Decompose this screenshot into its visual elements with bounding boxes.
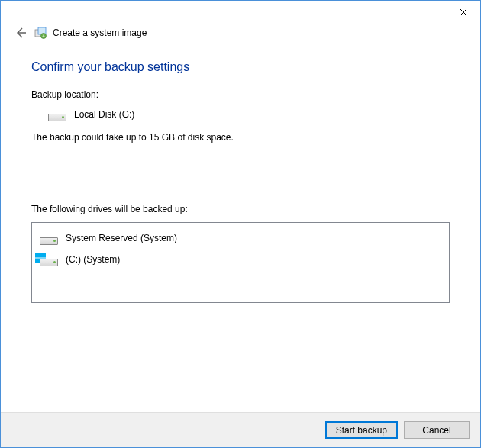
drive-icon [48, 108, 66, 121]
close-button[interactable] [446, 1, 480, 24]
system-image-icon [34, 27, 47, 39]
drive-icon [40, 253, 58, 266]
wizard-window: Create a system image Confirm your backu… [0, 0, 481, 448]
list-item[interactable]: (C:) (System) [35, 249, 446, 270]
back-button[interactable] [13, 25, 28, 40]
content-area: Confirm your backup settings Backup loca… [1, 48, 480, 412]
footer-bar: Start backup Cancel [1, 412, 480, 447]
drives-listbox[interactable]: System Reserved (System) (C:) (System) [31, 222, 450, 303]
close-icon [460, 8, 467, 16]
backup-location-value: Local Disk (G:) [74, 109, 134, 120]
titlebar [1, 1, 480, 24]
drives-list-label: The following drives will be backed up: [31, 204, 450, 214]
drive-name: (C:) (System) [66, 254, 120, 265]
page-heading: Confirm your backup settings [31, 60, 450, 74]
backup-location-label: Backup location: [31, 89, 450, 100]
backup-size-info: The backup could take up to 15 GB of dis… [31, 132, 450, 143]
backup-location-row: Local Disk (G:) [31, 108, 450, 121]
cancel-button[interactable]: Cancel [404, 421, 470, 439]
back-arrow-icon [15, 27, 27, 39]
drive-icon [40, 231, 58, 245]
drive-name: System Reserved (System) [66, 233, 177, 243]
window-title: Create a system image [53, 27, 147, 38]
start-backup-button[interactable]: Start backup [325, 421, 398, 439]
header-row: Create a system image [1, 24, 480, 48]
list-item[interactable]: System Reserved (System) [35, 227, 446, 249]
